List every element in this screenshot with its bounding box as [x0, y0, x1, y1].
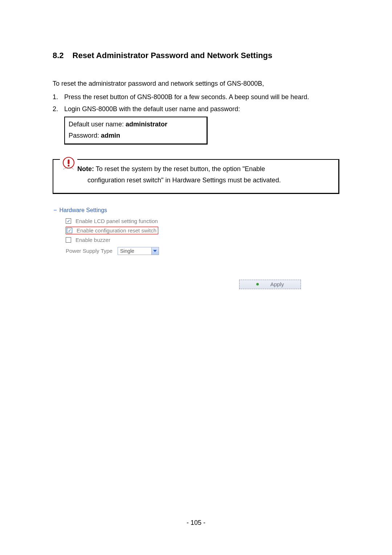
step-1-number: 1.: [53, 91, 64, 103]
option-lcd-row: ✓ Enable LCD panel setting function: [66, 216, 339, 226]
section-title-text: Reset Administrator Password and Network…: [73, 51, 273, 60]
checkbox-reset[interactable]: ✓: [67, 228, 72, 233]
power-supply-row: Power Supply Type Single: [66, 246, 339, 256]
checkbox-lcd[interactable]: ✓: [66, 218, 71, 224]
apply-button[interactable]: Apply: [239, 280, 301, 289]
note-label: Note:: [77, 165, 94, 173]
password-label: Password:: [69, 132, 101, 139]
option-reset-label: Enable configuration reset switch: [77, 227, 156, 234]
steps-list: 1.Press the reset button of GNS-8000B fo…: [53, 91, 339, 116]
note-line2: configuration reset switch" in Hardware …: [77, 175, 333, 186]
power-supply-select[interactable]: Single: [118, 247, 159, 255]
step-1: 1.Press the reset button of GNS-8000B fo…: [53, 91, 339, 103]
step-2-number: 2.: [53, 103, 64, 115]
checkbox-buzzer[interactable]: [66, 237, 71, 243]
power-supply-label: Power Supply Type: [66, 248, 113, 254]
default-username-row: Default user name: administrator: [69, 119, 203, 130]
option-reset-row: ✓ Enable configuration reset switch: [66, 226, 339, 235]
svg-point-2: [68, 165, 69, 166]
username-label: Default user name:: [69, 121, 126, 128]
option-buzzer-label: Enable buzzer: [75, 237, 110, 243]
step-1-text: Press the reset button of GNS-8000B for …: [64, 93, 309, 101]
section-heading: 8.2Reset Administrator Password and Netw…: [53, 51, 339, 60]
default-password-row: Password: admin: [69, 130, 203, 141]
note-text: Note: To reset the system by the reset b…: [58, 163, 333, 186]
step-2: 2.Login GNS-8000B with the default user …: [53, 103, 339, 115]
option-buzzer-row: Enable buzzer: [66, 235, 339, 245]
alert-icon: [60, 156, 77, 172]
hardware-settings-header[interactable]: − Hardware Settings: [53, 207, 339, 214]
username-value: administrator: [126, 121, 167, 128]
chevron-down-icon[interactable]: [151, 247, 159, 255]
hardware-settings-panel: − Hardware Settings ✓ Enable LCD panel s…: [53, 207, 339, 256]
page-number: - 105 -: [0, 519, 392, 527]
intro-text: To reset the administrator password and …: [53, 78, 339, 89]
collapse-icon[interactable]: −: [53, 207, 58, 214]
note-box: Note: To reset the system by the reset b…: [53, 159, 339, 194]
step-2-text: Login GNS-8000B with the default user na…: [64, 105, 240, 113]
option-lcd-label: Enable LCD panel setting function: [75, 218, 158, 224]
credentials-box: Default user name: administrator Passwor…: [64, 117, 208, 144]
password-value: admin: [101, 132, 120, 139]
svg-rect-1: [68, 159, 70, 164]
note-line1: To reset the system by the reset button,…: [94, 165, 265, 173]
power-supply-value: Single: [118, 247, 151, 255]
status-dot-icon: [256, 283, 259, 285]
hardware-settings-title: Hardware Settings: [59, 207, 107, 213]
apply-label: Apply: [270, 281, 284, 287]
highlighted-option: ✓ Enable configuration reset switch: [66, 227, 158, 234]
section-number: 8.2: [53, 51, 64, 60]
